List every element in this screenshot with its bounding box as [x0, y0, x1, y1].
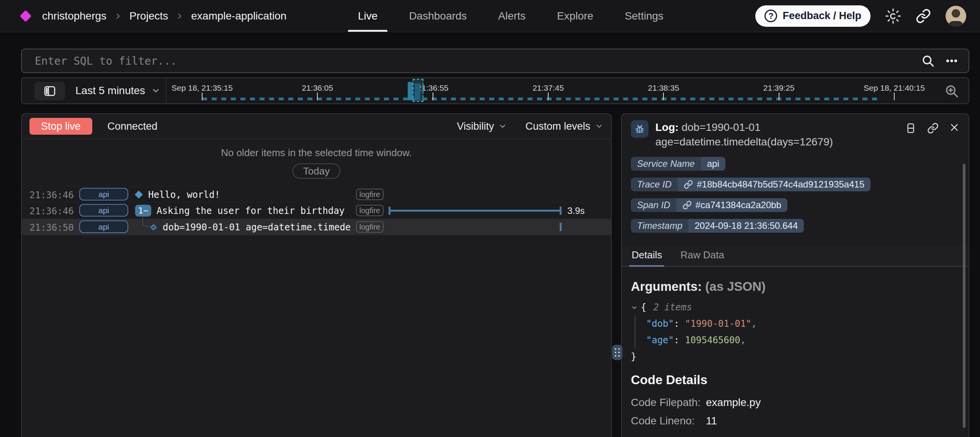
breadcrumb-org[interactable]: christophergs: [42, 10, 106, 22]
timeline-bar: Last 5 minutes Sep 18, 21:35:15 21:36:05…: [21, 77, 969, 104]
timeline-tick-label: 21:36:05: [302, 83, 333, 93]
tab-dashboards[interactable]: Dashboards: [409, 0, 467, 32]
attr-label: Timestamp: [631, 219, 688, 233]
attr-value: api: [701, 157, 725, 171]
span-duration-label: 3.9s: [567, 205, 585, 216]
chevron-right-icon: [176, 12, 183, 20]
logfire-tag[interactable]: logfire: [356, 205, 384, 216]
share-link-icon[interactable]: [916, 8, 931, 24]
log-point-marker: [560, 223, 562, 231]
time-range-selector[interactable]: Last 5 minutes: [75, 78, 160, 103]
log-message: Hello, world!: [148, 189, 355, 200]
code-lineno-value: 11: [706, 415, 959, 427]
visibility-dropdown[interactable]: Visibility: [457, 121, 507, 132]
timeline-tick-mark: [433, 93, 433, 100]
sql-filter-input[interactable]: [32, 55, 921, 67]
json-entry-dob: "dob": "1990-01-01",: [646, 316, 959, 332]
feedback-help-label: Feedback / Help: [782, 10, 861, 22]
timeline-tick-label: Sep 18, 21:35:15: [172, 83, 233, 93]
attr-timestamp: Timestamp 2024-09-18 21:36:50.644: [631, 219, 804, 233]
connection-status: Connected: [108, 121, 158, 132]
user-avatar[interactable]: [946, 6, 966, 26]
sidebar-toggle-button[interactable]: [34, 82, 65, 100]
stop-live-button[interactable]: Stop live: [29, 118, 92, 135]
tab-settings[interactable]: Settings: [625, 0, 663, 32]
log-row-asking-birthday[interactable]: 21:36:46 api 1− Asking the user for thei…: [22, 202, 611, 219]
service-badge[interactable]: api: [79, 204, 128, 217]
service-badge[interactable]: api: [79, 188, 128, 201]
today-button[interactable]: Today: [292, 163, 340, 179]
detail-header: Log: dob=1990-01-01 age=datetime.timedel…: [622, 114, 969, 149]
tree-connector-line: [142, 216, 150, 227]
tab-raw-data[interactable]: Raw Data: [679, 245, 725, 266]
split-view-icon[interactable]: [905, 122, 916, 134]
more-options-icon[interactable]: [945, 54, 959, 68]
attr-label: Service Name: [631, 157, 701, 171]
log-diamond-icon: [135, 191, 143, 199]
top-navbar: christophergs Projects example-applicati…: [0, 0, 980, 32]
chevron-right-icon: [114, 12, 122, 20]
timeline-tick-mark: [779, 93, 779, 100]
timeline-track[interactable]: Sep 18, 21:35:15 21:36:05 21:36:55 21:37…: [202, 78, 894, 103]
attr-value: #ca741384ca2a20bb: [696, 200, 781, 210]
tab-live[interactable]: Live: [358, 0, 377, 32]
tab-details[interactable]: Details: [631, 245, 663, 266]
close-icon[interactable]: [949, 122, 959, 132]
breadcrumb: christophergs Projects example-applicati…: [42, 10, 286, 22]
detail-title: Log: dob=1990-01-01 age=datetime.timedel…: [655, 120, 862, 149]
bug-icon: [631, 120, 648, 138]
json-viewer: { 2 items "dob": "1990-01-01", "age": 10…: [622, 299, 969, 365]
custom-levels-dropdown[interactable]: Custom levels: [525, 121, 603, 132]
timeline-activity-bar: [408, 82, 413, 100]
attr-value: 2024-09-18 21:36:50.644: [688, 219, 804, 233]
empty-window-notice: No older items in the selected time wind…: [22, 147, 611, 159]
log-detail-panel: Log: dob=1990-01-01 age=datetime.timedel…: [621, 113, 969, 437]
code-details-section: Code Details Code Filepath: example.py C…: [622, 373, 969, 427]
tab-alerts[interactable]: Alerts: [498, 0, 526, 32]
panel-resize-handle[interactable]: [612, 345, 622, 360]
chevron-down-icon: [498, 122, 507, 130]
main-nav-tabs: Live Dashboards Alerts Explore Settings: [358, 0, 663, 32]
service-badge[interactable]: api: [79, 220, 128, 233]
timeline-divider: [166, 78, 167, 103]
collapse-chevron-icon[interactable]: [631, 304, 638, 311]
attr-trace-id[interactable]: Trace ID #18b84cb4847b5d574c4ad9121935a4…: [631, 178, 871, 191]
log-timestamp: 21:36:50: [29, 222, 74, 233]
span-duration-bar: [389, 210, 562, 212]
json-entries: "dob": "1990-01-01", "age": 1095465600,: [635, 316, 959, 349]
log-timestamp: 21:36:46: [29, 190, 74, 201]
breadcrumb-project-name[interactable]: example-application: [191, 10, 286, 22]
search-icon[interactable]: [921, 54, 935, 68]
attr-span-id[interactable]: Span ID #ca741384ca2a20bb: [631, 198, 787, 212]
timeline-tick-mark: [894, 93, 895, 100]
attr-service-name: Service Name api: [631, 157, 725, 171]
logfire-tag[interactable]: logfire: [356, 221, 384, 233]
timeline-tick-mark: [202, 93, 203, 100]
attr-label: Span ID: [631, 198, 676, 212]
zoom-in-icon[interactable]: [944, 83, 959, 99]
timeline-tick-label: 21:37:45: [532, 83, 564, 93]
logfire-logo-icon[interactable]: [20, 10, 31, 22]
feedback-help-button[interactable]: ? Feedback / Help: [755, 5, 871, 27]
json-open-brace: {: [641, 299, 646, 316]
arguments-suffix: (as JSON): [705, 279, 766, 294]
collapse-children-badge[interactable]: 1−: [135, 205, 151, 217]
tab-explore[interactable]: Explore: [557, 0, 593, 32]
time-range-label: Last 5 minutes: [75, 85, 145, 97]
breadcrumb-projects[interactable]: Projects: [129, 10, 168, 22]
chevron-down-icon: [151, 86, 160, 95]
timeline-tick-label: 21:38:35: [648, 83, 679, 93]
log-row-dob-selected[interactable]: 21:36:50 api dob=1990-01-01 age=datetime…: [22, 219, 611, 235]
detail-title-prefix: Log:: [655, 121, 679, 133]
detail-actions: [905, 120, 959, 149]
permalink-icon[interactable]: [927, 122, 939, 134]
span-message: Asking the user for their birthday: [157, 205, 354, 216]
question-circle-icon: ?: [764, 10, 777, 22]
log-row-hello-world[interactable]: 21:36:46 api Hello, world! logfire: [22, 186, 611, 202]
logfire-tag[interactable]: logfire: [356, 189, 384, 200]
theme-toggle-icon[interactable]: [885, 8, 901, 24]
timeline-activity-dashes: [202, 98, 877, 100]
timeline-selection-brush[interactable]: [413, 79, 423, 102]
log-timestamp: 21:36:46: [29, 206, 74, 217]
detail-scrollbar[interactable]: [963, 164, 965, 428]
